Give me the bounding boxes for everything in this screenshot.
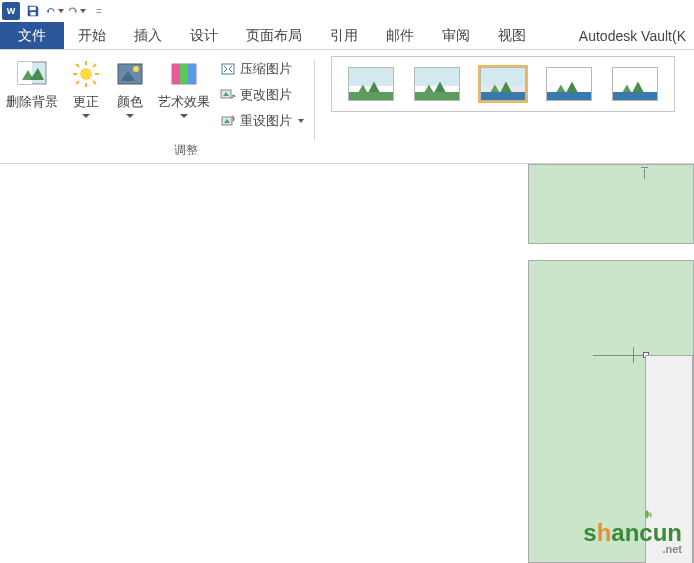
tab-mailings[interactable]: 邮件 <box>372 22 428 49</box>
chevron-down-icon <box>180 114 188 118</box>
redo-icon[interactable] <box>68 2 86 20</box>
svg-rect-15 <box>172 64 180 84</box>
picture-style-2[interactable] <box>414 67 460 101</box>
tab-references[interactable]: 引用 <box>316 22 372 49</box>
svg-rect-18 <box>222 64 234 74</box>
quick-access-toolbar: W = <box>0 0 694 22</box>
tab-design[interactable]: 设计 <box>176 22 232 49</box>
save-icon[interactable] <box>24 2 42 20</box>
change-label: 更改图片 <box>240 86 292 104</box>
chevron-down-icon <box>298 119 304 123</box>
document-canvas[interactable] <box>0 164 694 563</box>
tab-layout[interactable]: 页面布局 <box>232 22 316 49</box>
undo-icon[interactable] <box>46 2 64 20</box>
page-preview-top <box>528 164 694 244</box>
tab-insert[interactable]: 插入 <box>120 22 176 49</box>
tab-view[interactable]: 视图 <box>484 22 540 49</box>
color-label: 颜色 <box>117 94 143 110</box>
svg-line-11 <box>76 81 79 84</box>
change-picture-icon <box>220 87 236 103</box>
picture-style-5[interactable] <box>612 67 658 101</box>
svg-line-8 <box>76 64 79 67</box>
svg-rect-2 <box>18 62 32 84</box>
svg-point-3 <box>80 68 92 80</box>
color-button[interactable]: 颜色 <box>108 56 152 120</box>
remove-background-label: 删除背景 <box>6 94 58 110</box>
ribbon-toolbar: 删除背景 更正 颜色 艺术效果 <box>0 50 694 164</box>
ribbon-separator <box>314 60 315 141</box>
remove-background-icon <box>16 58 48 90</box>
picture-style-1[interactable] <box>348 67 394 101</box>
word-app-icon[interactable]: W <box>2 2 20 20</box>
adjust-group-label: 调整 <box>174 142 198 163</box>
svg-rect-0 <box>34 7 36 10</box>
adjust-group: 更正 颜色 艺术效果 压缩图片 <box>64 56 308 163</box>
corrections-button[interactable]: 更正 <box>64 56 108 120</box>
picture-style-3[interactable] <box>480 67 526 101</box>
artistic-icon <box>168 58 200 90</box>
picture-styles-gallery <box>331 56 675 112</box>
corrections-label: 更正 <box>73 94 99 110</box>
svg-rect-17 <box>188 64 196 84</box>
tab-autodesk-vault[interactable]: Autodesk Vault(K <box>565 22 694 49</box>
compress-icon <box>220 61 236 77</box>
inserted-image-placeholder[interactable] <box>645 355 693 563</box>
page-preview-main <box>528 260 694 563</box>
compress-label: 压缩图片 <box>240 60 292 78</box>
reset-label: 重设图片 <box>240 112 292 130</box>
artistic-label: 艺术效果 <box>158 94 210 110</box>
tab-home[interactable]: 开始 <box>64 22 120 49</box>
tab-file[interactable]: 文件 <box>0 22 64 49</box>
reset-picture-button[interactable]: 重设图片 <box>220 110 304 132</box>
color-icon <box>114 58 146 90</box>
ruler-mark-icon <box>644 169 645 179</box>
svg-line-9 <box>93 81 96 84</box>
svg-point-13 <box>133 66 139 72</box>
compress-picture-button[interactable]: 压缩图片 <box>220 58 304 80</box>
qat-customize-icon[interactable]: = <box>96 6 102 17</box>
chevron-down-icon <box>126 114 134 118</box>
sun-icon <box>70 58 102 90</box>
chevron-down-icon <box>82 114 90 118</box>
picture-style-4[interactable] <box>546 67 592 101</box>
reset-picture-icon <box>220 113 236 129</box>
ribbon-tabs: 文件 开始 插入 设计 页面布局 引用 邮件 审阅 视图 Autodesk Va… <box>0 22 694 50</box>
remove-background-button[interactable]: 删除背景 <box>0 56 64 112</box>
tab-review[interactable]: 审阅 <box>428 22 484 49</box>
change-picture-button[interactable]: 更改图片 <box>220 84 304 106</box>
artistic-effects-button[interactable]: 艺术效果 <box>152 56 216 120</box>
svg-line-10 <box>93 64 96 67</box>
svg-rect-16 <box>180 64 188 84</box>
